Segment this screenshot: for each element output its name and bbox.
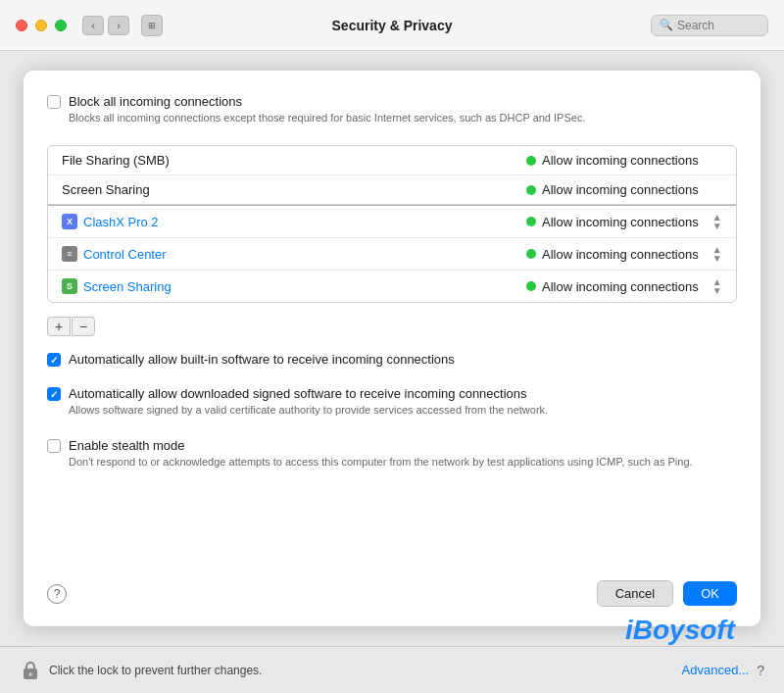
bottom-bar: Click the lock to prevent further change… (0, 646, 784, 693)
status-dot (526, 156, 536, 166)
title-bar: ‹ › ⊞ Security & Privacy 🔍 (0, 0, 784, 51)
dialog-panel: Block all incoming connections Blocks al… (24, 71, 760, 626)
app-name: S Screen Sharing (62, 278, 526, 294)
app-label: Control Center (83, 247, 167, 262)
status-label: Allow incoming connections (542, 279, 699, 294)
status-label: Allow incoming connections (542, 153, 699, 168)
add-remove-buttons: + − (47, 317, 737, 336)
lock-area[interactable]: Click the lock to prevent further change… (20, 660, 262, 681)
stealth-mode-checkbox[interactable] (47, 439, 61, 453)
help-right-button[interactable]: ? (757, 663, 764, 678)
service-name: File Sharing (SMB) (62, 153, 526, 168)
stealth-mode-label-group: Enable stealth mode Don't respond to or … (69, 438, 693, 470)
service-status: Allow incoming connections (526, 182, 722, 197)
auto-signed-label: Automatically allow downloaded signed so… (69, 386, 548, 401)
block-all-checkbox-wrap (47, 95, 61, 109)
auto-builtin-option: Automatically allow built-in software to… (47, 352, 737, 374)
maximize-button[interactable] (55, 20, 67, 31)
block-all-option: Block all incoming connections Blocks al… (47, 94, 737, 125)
remove-app-button[interactable]: − (72, 317, 95, 336)
app-status: Allow incoming connections ▲▼ (526, 277, 722, 295)
block-all-checkbox[interactable] (47, 95, 61, 109)
search-icon: 🔍 (660, 19, 673, 31)
app-icon: ≡ (62, 246, 77, 262)
forward-button[interactable]: › (108, 16, 129, 35)
status-label: Allow incoming connections (542, 182, 699, 197)
status-dot (526, 249, 536, 259)
add-app-button[interactable]: + (47, 317, 71, 336)
stealth-mode-desc: Don't respond to or acknowledge attempts… (69, 455, 693, 470)
toolbar-icons: ⊞ (141, 15, 163, 36)
status-label: Allow incoming connections (542, 247, 699, 262)
nav-buttons: ‹ › (82, 16, 129, 35)
auto-signed-option: Automatically allow downloaded signed so… (47, 386, 737, 425)
table-row: Screen Sharing Allow incoming connection… (48, 175, 736, 204)
grid-view-icon[interactable]: ⊞ (142, 16, 162, 35)
lock-icon[interactable] (20, 660, 41, 681)
stealth-mode-option: Enable stealth mode Don't respond to or … (47, 438, 737, 477)
app-icon: X (62, 214, 77, 229)
stealth-mode-label: Enable stealth mode (69, 438, 693, 453)
auto-signed-row: Automatically allow downloaded signed so… (47, 386, 737, 418)
block-all-desc: Blocks all incoming connections except t… (69, 111, 585, 125)
app-label: Screen Sharing (83, 279, 172, 294)
auto-builtin-row: Automatically allow built-in software to… (47, 352, 737, 367)
stealth-mode-row: Enable stealth mode Don't respond to or … (47, 438, 737, 470)
stepper-arrows[interactable]: ▲▼ (712, 245, 722, 263)
table-row: S Screen Sharing Allow incoming connecti… (48, 271, 736, 302)
traffic-lights (16, 20, 67, 31)
service-name: Screen Sharing (62, 182, 526, 197)
stepper-arrows[interactable]: ▲▼ (712, 213, 722, 230)
status-label: Allow incoming connections (542, 215, 699, 229)
app-icon: S (62, 278, 77, 294)
block-all-label-group: Block all incoming connections Blocks al… (69, 94, 585, 125)
status-dot (526, 217, 536, 226)
status-dot (526, 185, 536, 195)
action-buttons: ? Cancel OK (47, 565, 737, 607)
ok-button[interactable]: OK (683, 581, 737, 606)
main-content: Block all incoming connections Blocks al… (0, 51, 784, 646)
auto-builtin-checkbox-wrap (47, 353, 61, 367)
app-status: Allow incoming connections ▲▼ (526, 213, 722, 230)
service-status: Allow incoming connections (526, 153, 722, 168)
firewall-table: File Sharing (SMB) Allow incoming connec… (47, 145, 737, 303)
help-button[interactable]: ? (47, 584, 67, 604)
app-name: ≡ Control Center (62, 246, 526, 262)
svg-rect-1 (29, 672, 32, 676)
apps-section: X ClashX Pro 2 Allow incoming connection… (48, 206, 736, 302)
search-bar[interactable]: 🔍 (651, 15, 768, 36)
table-row: ≡ Control Center Allow incoming connecti… (48, 238, 736, 271)
app-status: Allow incoming connections ▲▼ (526, 245, 722, 263)
lock-svg (22, 661, 39, 680)
app-name: X ClashX Pro 2 (62, 214, 526, 229)
auto-signed-desc: Allows software signed by a valid certif… (69, 403, 548, 418)
auto-signed-checkbox[interactable] (47, 387, 61, 401)
block-all-label: Block all incoming connections (69, 94, 585, 109)
app-label: ClashX Pro 2 (83, 215, 159, 229)
stepper-arrows[interactable]: ▲▼ (712, 277, 722, 295)
advanced-button[interactable]: Advanced... (682, 663, 750, 677)
page-title: Security & Privacy (332, 18, 453, 33)
stealth-mode-checkbox-wrap (47, 439, 61, 453)
lock-text: Click the lock to prevent further change… (49, 664, 262, 677)
back-button[interactable]: ‹ (82, 16, 104, 35)
auto-builtin-checkbox[interactable] (47, 353, 61, 367)
table-row: X ClashX Pro 2 Allow incoming connection… (48, 206, 736, 238)
system-section: File Sharing (SMB) Allow incoming connec… (48, 146, 736, 205)
close-button[interactable] (16, 20, 27, 31)
cancel-button[interactable]: Cancel (597, 580, 673, 607)
search-input[interactable] (677, 19, 760, 32)
table-row: File Sharing (SMB) Allow incoming connec… (48, 146, 736, 175)
auto-builtin-label: Automatically allow built-in software to… (69, 352, 455, 367)
auto-signed-label-group: Automatically allow downloaded signed so… (69, 386, 548, 418)
status-dot (526, 281, 536, 291)
auto-signed-checkbox-wrap (47, 387, 61, 401)
minimize-button[interactable] (35, 20, 47, 31)
bottom-right: Advanced... ? (682, 663, 764, 678)
